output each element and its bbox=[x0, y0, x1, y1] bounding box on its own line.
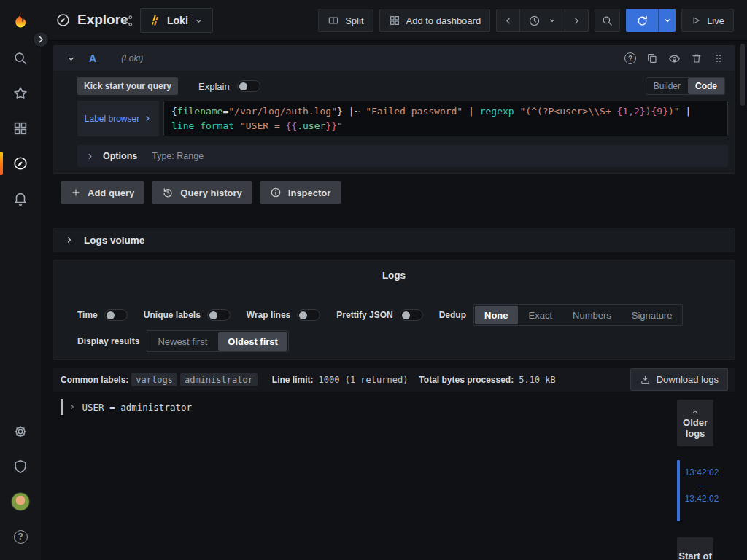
history-icon bbox=[162, 187, 174, 198]
logs-panel: Logs Time Unique labels Wrap lines Prett… bbox=[53, 260, 735, 360]
line-limit-label: Line limit: bbox=[272, 375, 314, 385]
download-logs-button[interactable]: Download logs bbox=[630, 368, 728, 391]
query-row-actions: ? bbox=[624, 46, 724, 71]
options-label: Options bbox=[103, 151, 137, 161]
chevron-down-icon bbox=[663, 16, 672, 25]
topbar: Explore Loki Split bbox=[0, 0, 747, 41]
time-toggle[interactable] bbox=[104, 309, 128, 321]
explain-label: Explain bbox=[198, 81, 230, 92]
common-label-badge: varlogs bbox=[131, 373, 177, 386]
query-history-button[interactable]: Query history bbox=[152, 181, 252, 204]
run-query-interval-caret[interactable] bbox=[658, 9, 676, 32]
dedup-option-none[interactable]: None bbox=[475, 306, 518, 324]
explain-toggle[interactable] bbox=[237, 80, 260, 92]
datasource-name: Loki bbox=[167, 15, 188, 26]
query-ref-id[interactable]: A bbox=[89, 52, 96, 64]
time-picker-group bbox=[496, 9, 589, 32]
sidebar-active-indicator bbox=[0, 152, 3, 175]
chevron-right-icon bbox=[572, 16, 581, 26]
remove-query-trash-icon[interactable] bbox=[691, 52, 703, 64]
alerting-bell-icon[interactable] bbox=[10, 188, 31, 209]
add-query-button[interactable]: Add query bbox=[61, 181, 144, 204]
query-code-editor[interactable]: {filename="/var/log/auth.log"} |~ "Faile… bbox=[163, 101, 728, 136]
wrap-lines-toggle[interactable] bbox=[297, 309, 320, 321]
live-button[interactable]: Live bbox=[681, 9, 734, 32]
dedup-label: Dedup bbox=[439, 310, 466, 320]
query-history-label: Query history bbox=[180, 187, 242, 198]
range-times: 13:42:02 – 13:42:02 bbox=[683, 466, 721, 505]
run-query-split-button bbox=[626, 9, 676, 32]
zoom-out-time-button[interactable] bbox=[595, 9, 620, 32]
log-row-expand-chevron-icon[interactable] bbox=[69, 403, 76, 411]
topbar-actions: Split Add to dashboard bbox=[318, 9, 734, 32]
dedup-option-numbers[interactable]: Numbers bbox=[562, 305, 622, 325]
explore-nav-icon[interactable] bbox=[10, 153, 31, 174]
logs-controls: Time Unique labels Wrap lines Prettify J… bbox=[77, 304, 683, 326]
total-bytes-label: Total bytes processed: bbox=[419, 375, 514, 385]
loki-logo-icon bbox=[150, 15, 161, 26]
time-range-picker-button[interactable] bbox=[519, 9, 565, 32]
add-query-label: Add query bbox=[88, 187, 134, 198]
dedup-option-signature[interactable]: Signature bbox=[622, 305, 683, 325]
order-option-oldest-first[interactable]: Oldest first bbox=[218, 332, 287, 351]
query-editor-panel: A (Loki) ? Kick start your query bbox=[53, 45, 735, 174]
older-logs-button[interactable]: Older logs bbox=[677, 400, 713, 446]
start-of-range-button[interactable]: Start of range bbox=[677, 537, 713, 560]
kick-start-query-button[interactable]: Kick start your query bbox=[77, 77, 178, 95]
inspector-button[interactable]: Inspector bbox=[260, 181, 341, 204]
hide-query-eye-icon[interactable] bbox=[668, 52, 681, 65]
line-limit-value: 1000 (1 returned) bbox=[319, 375, 409, 385]
log-page-range-marker[interactable]: 13:42:02 – 13:42:02 bbox=[677, 460, 721, 521]
split-label: Split bbox=[345, 15, 363, 26]
live-label: Live bbox=[707, 15, 724, 26]
order-radio-group: Newest first Oldest first bbox=[147, 330, 289, 352]
query-datasource-hint: (Loki) bbox=[121, 53, 143, 63]
range-from: 13:42:02 bbox=[683, 466, 721, 479]
unique-labels-toggle[interactable] bbox=[207, 309, 231, 321]
label-browser-button[interactable]: Label browser bbox=[77, 101, 159, 136]
logs-volume-panel[interactable]: Logs volume bbox=[53, 228, 735, 252]
share-icon[interactable] bbox=[121, 15, 133, 27]
logs-panel-title: Logs bbox=[53, 270, 735, 281]
range-marker-bar bbox=[677, 460, 680, 521]
grafana-explore-page: ? Explore Loki Split bbox=[0, 0, 747, 560]
play-icon bbox=[691, 15, 701, 26]
explore-actions: Add query Query history Inspector bbox=[61, 181, 341, 204]
dashboards-icon[interactable] bbox=[10, 118, 31, 139]
older-logs-label: Older logs bbox=[683, 417, 708, 439]
log-row[interactable]: USER = administrator bbox=[53, 398, 673, 416]
settings-gear-icon[interactable] bbox=[10, 421, 31, 442]
chevron-left-icon bbox=[503, 16, 513, 26]
search-icon[interactable] bbox=[10, 48, 31, 69]
query-help-icon[interactable]: ? bbox=[624, 52, 636, 64]
logs-volume-title: Logs volume bbox=[84, 235, 144, 246]
user-avatar[interactable] bbox=[10, 491, 31, 512]
dedup-option-exact[interactable]: Exact bbox=[519, 305, 563, 325]
expand-sidebar-button[interactable] bbox=[33, 31, 49, 47]
options-summary: Type: Range bbox=[152, 151, 204, 161]
split-button[interactable]: Split bbox=[318, 9, 373, 32]
total-bytes-value: 5.10 kB bbox=[519, 375, 556, 385]
drag-handle-icon[interactable] bbox=[713, 52, 724, 64]
chevron-up-icon bbox=[691, 408, 700, 416]
collapse-query-chevron-icon[interactable] bbox=[66, 54, 76, 63]
time-range-forward-button[interactable] bbox=[565, 9, 589, 32]
apps-grid-icon bbox=[389, 15, 400, 26]
starred-icon[interactable] bbox=[10, 83, 31, 104]
code-mode-option[interactable]: Code bbox=[688, 78, 724, 94]
query-options-row[interactable]: Options Type: Range bbox=[77, 145, 728, 167]
grafana-logo-icon[interactable] bbox=[10, 11, 31, 31]
prettify-json-toggle[interactable] bbox=[400, 309, 423, 321]
admin-shield-icon[interactable] bbox=[10, 456, 31, 477]
order-option-newest-first[interactable]: Newest first bbox=[147, 331, 217, 351]
datasource-picker[interactable]: Loki bbox=[140, 8, 213, 33]
add-to-dashboard-button[interactable]: Add to dashboard bbox=[379, 9, 491, 32]
duplicate-query-icon[interactable] bbox=[646, 52, 658, 64]
page-scrollbar-thumb[interactable] bbox=[740, 44, 745, 106]
time-range-back-button[interactable] bbox=[496, 9, 520, 32]
builder-mode-option[interactable]: Builder bbox=[646, 78, 688, 94]
query-row-header[interactable]: A (Loki) ? bbox=[53, 46, 735, 71]
run-query-refresh-button[interactable] bbox=[626, 9, 658, 32]
help-icon[interactable]: ? bbox=[10, 526, 31, 547]
split-icon bbox=[328, 15, 339, 26]
